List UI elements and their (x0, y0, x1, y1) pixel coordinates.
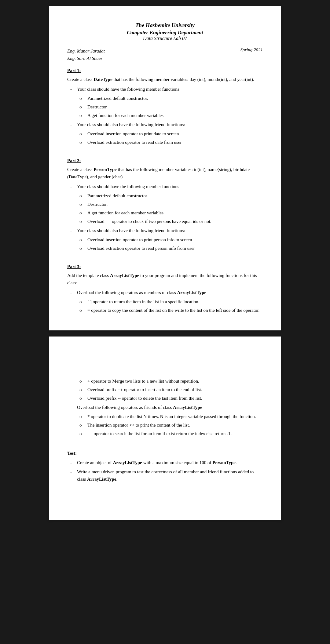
part2-func-2: Destructor. (87, 201, 108, 208)
list-item: o Overload extraction operator to read d… (79, 139, 263, 146)
part3-op-2: = operator to copy the content of the li… (87, 307, 259, 314)
part2-func-1: Parametrized default constructor. (87, 192, 148, 199)
part1-functions-list: o Parametrized default constructor. o De… (79, 95, 263, 119)
page2-friend-op-2: The insertion operator << to print the c… (87, 421, 190, 429)
test-section: Test: - Create an object of ArrayListTyp… (67, 451, 263, 483)
authors-row: Eng. Manar Jaradat Eng. Sara Al Shaer Sp… (67, 47, 263, 62)
list-item: o Overload extraction operator to read p… (79, 245, 263, 252)
list-item: o Overload insertion operator to print d… (79, 130, 263, 137)
part3-op-1: [ ] operator to return the item in the l… (87, 298, 200, 305)
department-title: Computer Engineering Department (67, 30, 263, 36)
list-item: o * operator to duplicate the list N tim… (79, 413, 263, 420)
list-item: o [ ] operator to return the item in the… (79, 298, 263, 305)
part2-dash1-text: Your class should have the following mem… (77, 183, 181, 190)
part2-friend-2: Overload extraction operator to read per… (87, 245, 195, 252)
list-item: o Parametrized default constructor. (79, 95, 263, 102)
part1-friend-list: o Overload insertion operator to print d… (79, 130, 263, 146)
part2-friend-1: Overload insertion operator to print per… (87, 236, 192, 243)
list-item: o Parametrized default constructor. (79, 192, 263, 199)
list-item: o = operator to copy the content of the … (79, 307, 263, 314)
part3-dash1: - Overload the following operators as me… (67, 289, 263, 296)
part2-friend-list: o Overload insertion operator to print p… (79, 236, 263, 252)
list-item: o The insertion operator << to print the… (79, 421, 263, 429)
part1-func-1: Parametrized default constructor. (87, 95, 148, 102)
part3-intro: Add the template class ArrayListType to … (67, 272, 263, 286)
test-item-2-text: Write a menu driven program to test the … (77, 468, 263, 483)
page2-continued-ops: o + operator to Merge two lists to a new… (79, 377, 263, 402)
part1-friend-2: Overload extraction operator to read dat… (87, 139, 182, 146)
part3-member-ops-list: o [ ] operator to return the item in the… (79, 298, 263, 314)
part2-dash2: - Your class should also have the follow… (67, 227, 263, 234)
page2-op-3: Overload prefix -- operator to delete th… (87, 395, 202, 402)
part2-intro: Create a class PersonType that has the f… (67, 166, 263, 180)
page2-dash2: - Overload the following operators as fr… (67, 404, 263, 411)
lab-title: Data Structure Lab 07 (67, 36, 263, 41)
part3-dash1-text: Overload the following operators as memb… (77, 289, 206, 296)
part3-title: Part 3: (67, 264, 263, 269)
part1-section: Part 1: Create a class DateType that has… (67, 68, 263, 146)
part1-intro: Create a class DateType that has the fol… (67, 76, 263, 83)
list-item: o A get function for each member variabl… (79, 112, 263, 119)
author1: Eng. Manar Jaradat (67, 47, 105, 55)
list-item: o Overload == operator to check if two p… (79, 218, 263, 225)
list-item: o == operator to search the list for an … (79, 430, 263, 437)
part1-dash1-text: Your class should have the following mem… (77, 86, 181, 93)
authors-block: Eng. Manar Jaradat Eng. Sara Al Shaer (67, 47, 105, 62)
part1-func-3: A get function for each member variables (87, 112, 163, 119)
page2-dash2-text: Overload the following operators as frie… (77, 404, 202, 411)
part2-functions-list: o Parametrized default constructor. o De… (79, 192, 263, 225)
part1-dash2: - Your class should also have the follow… (67, 121, 263, 128)
list-item: o + operator to Merge two lists to a new… (79, 377, 263, 385)
list-item: o Destructor. (79, 201, 263, 208)
list-item: o A get function for each member variabl… (79, 209, 263, 216)
test-item-1-text: Create an object of ArrayListType with a… (77, 459, 237, 466)
part1-dash2-text: Your class should also have the followin… (77, 121, 185, 128)
part3-section: Part 3: Add the template class ArrayList… (67, 264, 263, 314)
part1-dash1: - Your class should have the following m… (67, 86, 263, 93)
list-item: o Overload insertion operator to print p… (79, 236, 263, 243)
page2-op-2: Overload prefix ++ operator to insert an… (87, 386, 202, 393)
list-item: o Overload prefix -- operator to delete … (79, 395, 263, 402)
list-item: o Overload prefix ++ operator to insert … (79, 386, 263, 393)
part2-func-4: Overload == operator to check if two per… (87, 218, 211, 225)
part2-func-3: A get function for each member variables (87, 209, 163, 216)
part1-func-2: Destructor (87, 103, 107, 111)
test-item-2: - Write a menu driven program to test th… (67, 468, 263, 483)
part2-title: Part 2: (67, 158, 263, 163)
test-title: Test: (67, 451, 263, 456)
semester: Spring 2021 (240, 47, 263, 53)
page2-friend-ops-list: o * operator to duplicate the list N tim… (79, 413, 263, 437)
part1-friend-1: Overload insertion operator to print dat… (87, 130, 179, 137)
university-title: The Hashemite University (67, 21, 263, 30)
part2-section: Part 2: Create a class PersonType that h… (67, 158, 263, 252)
list-item: o Destructor (79, 103, 263, 111)
page-header: The Hashemite University Computer Engine… (67, 21, 263, 41)
page2-friend-op-3: == operator to search the list for an it… (87, 430, 232, 437)
page-1: The Hashemite University Computer Engine… (49, 6, 281, 330)
test-item-1: - Create an object of ArrayListType with… (67, 459, 263, 466)
author2: Eng. Sara Al Shaer (67, 55, 105, 62)
page2-op-1: + operator to Merge two lists to a new l… (87, 377, 199, 385)
page-2: o + operator to Merge two lists to a new… (49, 337, 281, 520)
part2-dash1: - Your class should have the following m… (67, 183, 263, 190)
part1-title: Part 1: (67, 68, 263, 73)
page2-friend-op-1: * operator to duplicate the list N times… (87, 413, 256, 420)
part2-dash2-text: Your class should also have the followin… (77, 227, 185, 234)
